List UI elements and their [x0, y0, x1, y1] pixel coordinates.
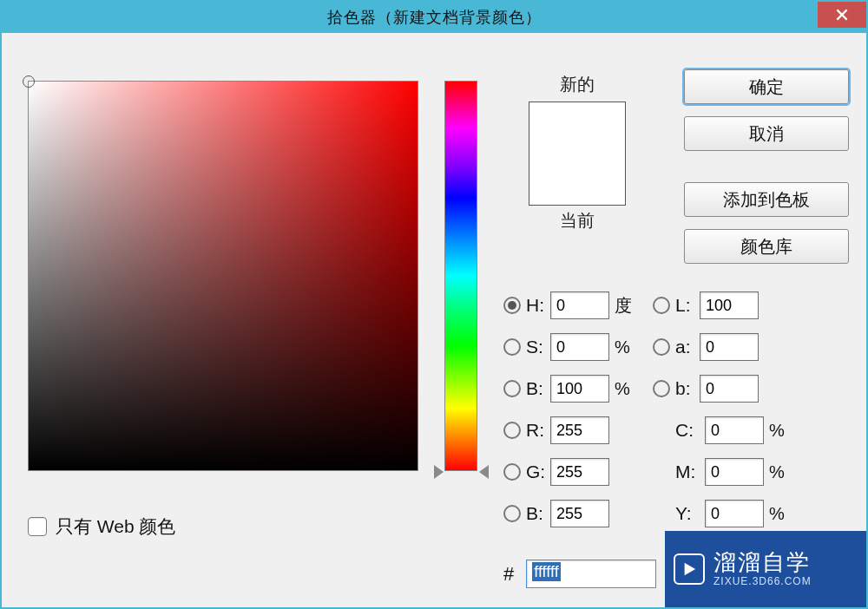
hue-indicator-left: [434, 465, 444, 479]
radio-h[interactable]: [503, 297, 521, 314]
hex-input[interactable]: ffffff: [526, 560, 656, 588]
color-fields: H: 度 L: S: % a: B:: [503, 285, 846, 534]
add-to-swatches-button[interactable]: 添加到色板: [684, 182, 849, 217]
input-r[interactable]: [550, 416, 609, 444]
radio-s[interactable]: [503, 338, 521, 356]
radio-r[interactable]: [503, 422, 521, 439]
radio-blue[interactable]: [503, 505, 521, 522]
input-a[interactable]: [700, 333, 759, 361]
watermark-brand: 溜溜自学: [713, 550, 812, 576]
input-m[interactable]: [705, 458, 764, 486]
color-picker-dialog: 拾色器（新建文档背景颜色） 新的 当前 确定 取消 添加到色板 颜色库: [0, 0, 868, 609]
swatch-current-label: 当前: [514, 209, 640, 232]
watermark-overlay: 溜溜自学 ZIXUE.3D66.COM: [665, 531, 866, 607]
label-a: a:: [675, 337, 700, 357]
input-l[interactable]: [700, 291, 759, 319]
label-b: B:: [526, 378, 550, 399]
label-m: M:: [675, 462, 705, 482]
unit-c: %: [764, 421, 790, 441]
label-lab-b: b:: [675, 378, 700, 399]
radio-b[interactable]: [503, 380, 521, 397]
radio-a[interactable]: [653, 338, 670, 356]
label-blue: B:: [526, 503, 550, 524]
input-g[interactable]: [550, 458, 609, 486]
color-libraries-button[interactable]: 颜色库: [684, 229, 849, 264]
input-blue[interactable]: [550, 500, 609, 527]
radio-g[interactable]: [503, 463, 521, 481]
sv-picker-indicator: [23, 75, 35, 88]
hex-label: #: [503, 563, 514, 586]
label-r: R:: [526, 420, 550, 441]
close-button[interactable]: [818, 2, 866, 28]
label-s: S:: [526, 337, 550, 357]
input-y[interactable]: [705, 500, 764, 527]
unit-h: 度: [609, 294, 635, 318]
label-l: L:: [675, 295, 700, 316]
swatch-current-color: [529, 154, 625, 205]
radio-l[interactable]: [653, 297, 670, 314]
label-c: C:: [675, 420, 705, 441]
input-b[interactable]: [550, 375, 609, 403]
web-colors-label: 只有 Web 颜色: [56, 514, 175, 539]
label-h: H:: [526, 295, 550, 316]
label-y: Y:: [675, 503, 705, 524]
hue-slider[interactable]: [444, 81, 477, 471]
watermark-url: ZIXUE.3D66.COM: [713, 576, 812, 588]
window-title: 拾色器（新建文档背景颜色）: [2, 7, 866, 28]
unit-m: %: [764, 462, 790, 482]
action-buttons: 确定 取消 添加到色板 颜色库: [684, 69, 849, 264]
unit-y: %: [764, 504, 790, 524]
hex-row: # ffffff: [503, 560, 656, 588]
web-colors-only: 只有 Web 颜色: [28, 514, 175, 539]
input-lab-b[interactable]: [700, 375, 759, 403]
ok-button[interactable]: 确定: [684, 69, 849, 104]
radio-lab-b[interactable]: [653, 380, 670, 397]
web-colors-checkbox[interactable]: [28, 517, 47, 536]
close-icon: [836, 9, 848, 21]
hex-value: ffffff: [532, 562, 560, 581]
titlebar: 拾色器（新建文档背景颜色）: [2, 2, 866, 33]
saturation-value-field[interactable]: [28, 81, 418, 471]
input-c[interactable]: [705, 416, 764, 444]
unit-b: %: [609, 379, 635, 399]
swatch-preview: 新的 当前: [514, 73, 640, 232]
input-s[interactable]: [550, 333, 609, 361]
swatch-new-color: [529, 102, 625, 154]
input-h[interactable]: [550, 291, 609, 319]
unit-s: %: [609, 337, 635, 357]
cancel-button[interactable]: 取消: [684, 116, 849, 151]
swatch-new-label: 新的: [514, 73, 640, 96]
label-g: G:: [526, 462, 550, 482]
swatch-box[interactable]: [529, 102, 626, 206]
dialog-body: 新的 当前 确定 取消 添加到色板 颜色库 H: 度 L:: [2, 33, 866, 607]
play-icon: [674, 553, 705, 585]
hue-indicator-right: [479, 465, 489, 479]
